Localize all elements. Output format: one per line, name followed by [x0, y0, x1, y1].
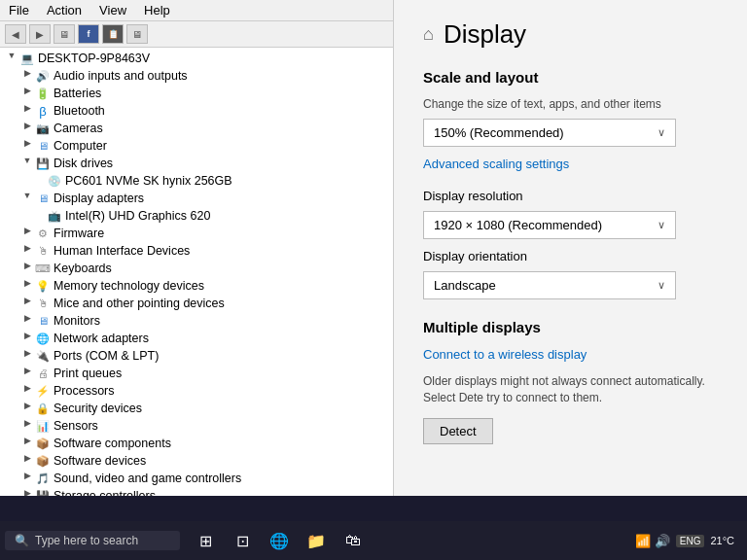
tree-item-sw-dev[interactable]: ▶ 📦 Software devices — [0, 452, 393, 470]
fb-icon-btn[interactable]: f — [78, 24, 99, 44]
tree-item-cameras[interactable]: ▶ 📷 Cameras — [0, 120, 393, 137]
computer-chevron: ▶ — [19, 138, 35, 154]
tree-item-security[interactable]: ▶ 🔒 Security devices — [0, 400, 393, 417]
sw-comp-label: Software components — [53, 437, 171, 450]
orientation-value: Landscape — [434, 278, 496, 293]
monitor-btn[interactable]: 🖥 — [126, 24, 148, 44]
proc-label: Processors — [53, 384, 115, 398]
search-bar[interactable]: 🔍 Type here to search — [5, 531, 180, 550]
home-icon[interactable]: ⌂ — [423, 24, 434, 45]
search-text: Type here to search — [35, 534, 138, 547]
sound-chevron: ▶ — [19, 471, 35, 486]
kb-icon: ⌨ — [35, 261, 51, 276]
resolution-dropdown[interactable]: 1920 × 1080 (Recommended) ∨ — [423, 211, 676, 239]
tree-item-disk-drives[interactable]: ▼ 💾 Disk drives — [0, 155, 393, 172]
store-icon[interactable]: 🛍 — [336, 523, 371, 558]
bt-label: Bluetooth — [53, 104, 105, 118]
page-title: Display — [444, 19, 526, 50]
tree-item-batteries[interactable]: ▶ 🔋 Batteries — [0, 85, 393, 102]
fb2-icon-btn[interactable]: 📋 — [102, 24, 124, 44]
menu-view[interactable]: View — [96, 2, 129, 18]
audio-label: Audio inputs and outputs — [53, 69, 188, 83]
detect-button[interactable]: Detect — [423, 418, 493, 444]
tree-item-intel-uhd[interactable]: 📺 Intel(R) UHD Graphics 620 — [0, 207, 393, 225]
pc601-chevron — [37, 173, 47, 189]
multi-display-title: Multiple displays — [423, 319, 718, 335]
tree-root[interactable]: ▼ 💻 DESKTOP-9P8463V — [0, 50, 393, 67]
scale-layout-section: Scale and layout Change the size of text… — [423, 69, 718, 171]
print-chevron: ▶ — [19, 366, 35, 381]
mem-chevron: ▶ — [19, 278, 35, 294]
tree-item-sensors[interactable]: ▶ 📊 Sensors — [0, 417, 393, 435]
audio-icon: 🔊 — [35, 68, 51, 84]
mice-chevron: ▶ — [19, 296, 35, 311]
scale-dropdown[interactable]: 150% (Recommended) ∨ — [423, 119, 676, 147]
audio-chevron: ▶ — [19, 68, 35, 84]
net-icon: 🌐 — [35, 331, 51, 346]
proc-icon: ⚡ — [35, 383, 51, 399]
battery-icon: 🔋 — [35, 86, 51, 101]
monitors-chevron: ▶ — [19, 313, 35, 329]
edge-icon[interactable]: 🌐 — [262, 523, 297, 558]
kb-chevron: ▶ — [19, 261, 35, 276]
scale-section-title: Scale and layout — [423, 69, 718, 86]
start-button[interactable]: ⊡ — [225, 523, 260, 558]
tree-item-firmware[interactable]: ▶ ⚙ Firmware — [0, 225, 393, 242]
disk-chevron: ▼ — [19, 156, 35, 171]
print-label: Print queues — [53, 367, 122, 380]
camera-icon: 📷 — [35, 121, 51, 136]
resolution-arrow-icon: ∨ — [658, 219, 665, 231]
mice-label: Mice and other pointing devices — [53, 297, 225, 310]
sw-dev-icon: 📦 — [35, 453, 51, 469]
tree-item-ports[interactable]: ▶ 🔌 Ports (COM & LPT) — [0, 347, 393, 365]
tree-item-memory[interactable]: ▶ 💡 Memory technology devices — [0, 277, 393, 295]
tree-item-display-adapters[interactable]: ▼ 🖥 Display adapters — [0, 190, 393, 207]
folder-icon[interactable]: 📁 — [299, 523, 334, 558]
mice-icon: 🖱 — [35, 296, 51, 311]
tree-item-storage[interactable]: ▶ 💾 Storage controllers — [0, 487, 393, 496]
tree-item-pc601[interactable]: 💿 PC601 NVMe SK hynix 256GB — [0, 172, 393, 190]
sw-comp-icon: 📦 — [35, 436, 51, 451]
menu-help[interactable]: Help — [141, 2, 173, 18]
tree-item-processors[interactable]: ▶ ⚡ Processors — [0, 382, 393, 400]
tree-item-monitors[interactable]: ▶ 🖥 Monitors — [0, 312, 393, 330]
tree-item-computer[interactable]: ▶ 🖥 Computer — [0, 137, 393, 155]
tree-item-print[interactable]: ▶ 🖨 Print queues — [0, 365, 393, 382]
gpu-icon: 📺 — [47, 208, 62, 224]
advanced-scaling-link[interactable]: Advanced scaling settings — [423, 157, 718, 171]
tree-item-bluetooth[interactable]: ▶ β Bluetooth — [0, 102, 393, 120]
tree-item-hid[interactable]: ▶ 🖱 Human Interface Devices — [0, 242, 393, 260]
back-button[interactable]: ◀ — [5, 24, 26, 44]
wifi-icon[interactable]: 📶 — [635, 534, 651, 548]
net-chevron: ▶ — [19, 331, 35, 346]
tree-item-network[interactable]: ▶ 🌐 Network adapters — [0, 330, 393, 347]
intel-uhd-label: Intel(R) UHD Graphics 620 — [65, 209, 210, 223]
taskview-button[interactable]: ⊞ — [188, 523, 223, 558]
resolution-label: Display resolution — [423, 189, 718, 203]
scale-arrow-icon: ∨ — [658, 126, 665, 139]
tree-item-sound[interactable]: ▶ 🎵 Sound, video and game controllers — [0, 470, 393, 487]
computer-label: Computer — [53, 139, 107, 153]
storage-label: Storage controllers — [53, 489, 156, 496]
connect-wireless-link[interactable]: Connect to a wireless display — [423, 347, 718, 362]
tree-item-keyboards[interactable]: ▶ ⌨ Keyboards — [0, 260, 393, 277]
settings-panel: ⌂ Display Scale and layout Change the si… — [394, 0, 747, 496]
forward-button[interactable]: ▶ — [29, 24, 51, 44]
tree-item-sw-comp[interactable]: ▶ 📦 Software components — [0, 435, 393, 452]
mem-icon: 💡 — [35, 278, 51, 294]
orientation-dropdown[interactable]: Landscape ∨ — [423, 271, 676, 299]
ports-label: Ports (COM & LPT) — [53, 349, 159, 363]
hid-label: Human Interface Devices — [53, 244, 190, 258]
tree-item-audio[interactable]: ▶ 🔊 Audio inputs and outputs — [0, 67, 393, 85]
menu-action[interactable]: Action — [44, 2, 85, 18]
menu-file[interactable]: File — [6, 2, 32, 18]
computer-icon: 🖥 — [35, 138, 51, 154]
kb-label: Keyboards — [53, 262, 112, 275]
language-button[interactable]: ENG — [676, 535, 705, 547]
monitors-label: Monitors — [53, 314, 100, 328]
volume-icon[interactable]: 🔊 — [655, 534, 670, 548]
computer-icon-btn[interactable]: 🖥 — [53, 24, 75, 44]
sw-dev-label: Software devices — [53, 454, 146, 468]
tree-item-mice[interactable]: ▶ 🖱 Mice and other pointing devices — [0, 295, 393, 312]
batteries-chevron: ▶ — [19, 86, 35, 101]
